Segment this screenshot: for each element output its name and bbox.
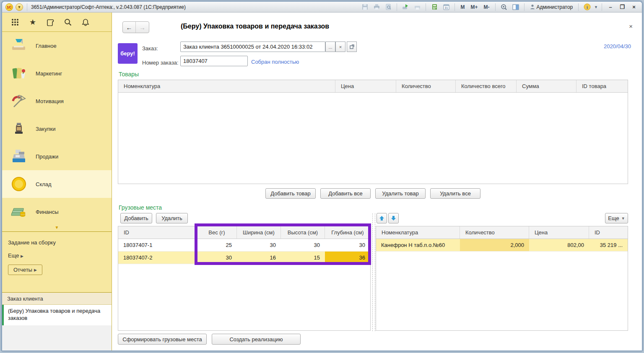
cargo-col-id[interactable]: ID: [118, 226, 197, 239]
favorites-star-icon[interactable]: ★: [28, 18, 37, 27]
items-col-qty[interactable]: Количество: [460, 226, 529, 239]
goods-col-qty-total[interactable]: Количество всего: [456, 80, 517, 92]
assembled-status-link[interactable]: Собран полностью: [251, 59, 299, 65]
divider: [495, 3, 496, 11]
move-down-button[interactable]: [388, 213, 399, 223]
sidebar-item-zakupki[interactable]: Закупки: [2, 115, 112, 143]
divider: [578, 3, 579, 11]
panel-splitter[interactable]: [375, 213, 375, 331]
memory-plus-button[interactable]: M+: [469, 4, 479, 10]
items-col-nomenclature[interactable]: Номенклатура: [376, 226, 460, 239]
divider: [397, 3, 397, 11]
more-button[interactable]: Еще▼: [605, 213, 628, 223]
sidebar-item-motivatsiya[interactable]: Мотивация: [2, 87, 112, 115]
reports-button[interactable]: Отчеты ▶: [8, 265, 42, 275]
back-button[interactable]: ←: [123, 22, 136, 33]
panel-splitter[interactable]: [372, 213, 373, 331]
add-all-button[interactable]: Добавить все: [320, 188, 371, 199]
order-items-table: Номенклатура Количество Цена ID Канефрон…: [376, 226, 628, 331]
title-bar: 1С ▼ 3651/Администратор/Софт-Аптека:, v.…: [2, 2, 642, 13]
cargo-col-height[interactable]: Высота (см): [281, 226, 325, 239]
menu-grid-icon[interactable]: [10, 18, 20, 27]
minimize-button[interactable]: –: [606, 3, 615, 11]
goods-col-qty[interactable]: Количество: [396, 80, 456, 92]
open-window-item[interactable]: (Беру) Упаковка товаров и передача заказ…: [2, 305, 112, 325]
delete-item-button[interactable]: Удалить товар: [375, 188, 426, 199]
items-col-id[interactable]: ID: [589, 226, 628, 239]
cargo-section-title: Грузовые места: [119, 204, 162, 211]
goods-section-title: Товары: [119, 71, 139, 78]
info-icon[interactable]: i: [582, 3, 592, 11]
goods-col-price[interactable]: Цена: [335, 80, 396, 92]
user-icon: [530, 4, 535, 10]
goods-actions: Добавить товар Добавить все Удалить това…: [118, 188, 628, 199]
main-menu-dropdown[interactable]: ▼: [16, 3, 23, 11]
goods-col-sum[interactable]: Сумма: [517, 80, 576, 92]
calculator-icon[interactable]: [430, 3, 439, 11]
memory-button[interactable]: M: [459, 4, 466, 10]
info-dropdown-caret[interactable]: ▼: [594, 5, 598, 9]
cargo-col-width[interactable]: Ширина (см): [237, 226, 281, 239]
notifications-bell-icon[interactable]: [81, 18, 90, 27]
delete-all-button[interactable]: Удалить все: [430, 188, 480, 199]
history-scroll-icon[interactable]: [46, 18, 55, 27]
zoom-icon[interactable]: [499, 3, 509, 11]
sidebar-link-task[interactable]: Задание на сборку: [8, 239, 112, 246]
sidebar-item-label: Финансы: [36, 209, 59, 215]
sidebar-more-link[interactable]: Еще ▶: [8, 252, 112, 259]
maximize-button[interactable]: ❐: [618, 3, 627, 11]
memory-minus-button[interactable]: M-: [482, 4, 491, 10]
app-window: 1С ▼ 3651/Администратор/Софт-Аптека:, v.…: [1, 1, 643, 351]
search-icon[interactable]: [63, 18, 73, 27]
current-user[interactable]: Администратор: [528, 4, 575, 10]
order-item-row-selected[interactable]: Канефрон Н таб.п.о.№60 2,000 802,00 35 2…: [376, 239, 628, 252]
cargo-delete-button[interactable]: Удалить: [156, 213, 188, 223]
sections-expand-chevron-icon[interactable]: ▼: [2, 226, 112, 231]
cargo-row[interactable]: 18037407-1 25 30 30 30: [118, 239, 370, 252]
sidebar-item-label: Закупки: [36, 126, 55, 132]
window-title: 3651/Администратор/Софт-Аптека:, v.2.043…: [31, 4, 186, 10]
cargo-col-depth[interactable]: Глубина (см): [325, 226, 370, 239]
goods-col-id[interactable]: ID товара: [576, 80, 628, 92]
sidebar-item-label: Маркетинг: [36, 70, 62, 77]
post-link-icon[interactable]: [401, 3, 410, 11]
create-cargo-button[interactable]: Сформировать грузовые места: [118, 334, 207, 345]
order-number-input[interactable]: [180, 56, 248, 66]
cargo-row-selected[interactable]: 18037407-2 30 16 15 36: [118, 252, 370, 264]
cargo-add-button[interactable]: Добавить: [120, 213, 152, 223]
add-item-button[interactable]: Добавить товар: [265, 188, 316, 199]
cash-register-icon: [10, 147, 28, 166]
sidebar-item-glavnoe[interactable]: Главное: [2, 32, 112, 60]
divider: [27, 3, 27, 11]
move-up-button[interactable]: [377, 213, 387, 223]
close-form-button[interactable]: ×: [629, 23, 633, 30]
sidebar-item-finansy[interactable]: Финансы: [2, 198, 112, 226]
items-col-price[interactable]: Цена: [529, 226, 589, 239]
date-link[interactable]: 2020/04/30: [604, 43, 631, 49]
create-realization-button[interactable]: Создать реализацию: [212, 334, 301, 345]
order-input[interactable]: [180, 42, 325, 52]
money-stack-icon: [10, 202, 28, 221]
divider: [454, 3, 455, 11]
forward-button[interactable]: →: [136, 22, 149, 33]
save-icon[interactable]: [360, 3, 369, 11]
sidebar-item-label: Продажи: [36, 153, 58, 160]
order-open-button[interactable]: [347, 42, 357, 52]
calendar-icon[interactable]: 31: [441, 3, 451, 11]
close-window-button[interactable]: ×: [629, 3, 639, 11]
goods-col-nomenclature[interactable]: Номенклатура: [118, 80, 335, 92]
cargo-col-weight[interactable]: Вес (г): [197, 226, 237, 239]
split-view-icon[interactable]: [511, 3, 520, 11]
sidebar-item-prodazhi[interactable]: Продажи: [2, 143, 112, 170]
sidebar-item-label: Мотивация: [36, 98, 64, 104]
print-document-icon[interactable]: [413, 3, 422, 11]
navigation-buttons: ← →: [122, 21, 149, 33]
sidebar-item-sklad[interactable]: Склад: [2, 170, 112, 198]
order-clear-button[interactable]: ×: [335, 42, 345, 52]
sidebar-item-marketing[interactable]: Маркетинг: [2, 60, 112, 87]
order-lookup-button[interactable]: ...: [325, 42, 335, 52]
print-icon[interactable]: [372, 3, 381, 11]
active-cell: 2,000: [460, 239, 529, 251]
print-preview-icon[interactable]: [384, 3, 393, 11]
divider: [602, 3, 602, 11]
